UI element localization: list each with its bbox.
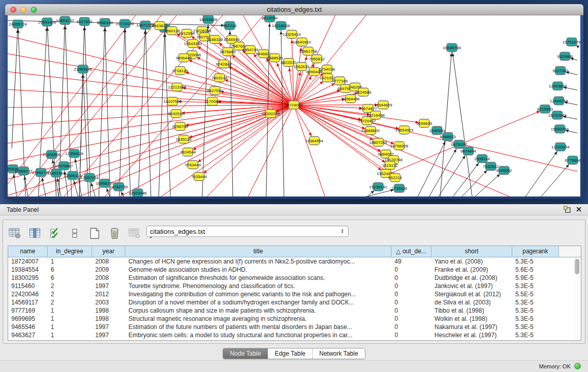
column-visibility-button[interactable]: [28, 227, 41, 240]
cell-title[interactable]: Corpus callosum shape and size in male p…: [125, 307, 391, 315]
graph-node[interactable]: 8813054: [262, 15, 278, 22]
cell-name[interactable]: 19384554: [8, 266, 48, 274]
cell-out_de[interactable]: 0: [391, 298, 431, 307]
cell-name[interactable]: 9465546: [8, 323, 48, 331]
cell-in_degree[interactable]: 2: [48, 290, 92, 298]
graph-node[interactable]: 20364486: [341, 95, 360, 103]
graph-node[interactable]: 12103054: [551, 143, 570, 151]
cell-pagerank[interactable]: 5.3E-5: [512, 298, 559, 307]
cell-title[interactable]: Tourette syndrome. Phenomenology and cla…: [125, 282, 391, 290]
cell-pagerank[interactable]: 5.3E-5: [512, 282, 559, 290]
zoom-window-button[interactable]: [31, 7, 37, 13]
network-view-window[interactable]: citations_edges.txt 18724007240557242069…: [5, 4, 583, 199]
cell-out_de[interactable]: 0: [391, 290, 431, 298]
delete-table-button-disabled[interactable]: [128, 227, 141, 240]
cell-out_de[interactable]: 0: [391, 323, 431, 331]
cell-year[interactable]: 2009: [92, 266, 125, 274]
table-row[interactable]: 2242004622012Investigating the contribut…: [8, 290, 581, 298]
table-row[interactable]: 1872400712008Changes of HCN gene express…: [8, 257, 581, 266]
table-row[interactable]: 946554611997Estimation of the future num…: [8, 323, 581, 331]
graph-node[interactable]: 16210643: [548, 111, 567, 119]
cell-title[interactable]: Structural magnetic resonance image aver…: [125, 315, 391, 323]
graph-node[interactable]: 11544609: [375, 101, 393, 109]
cell-out_de[interactable]: 0: [391, 307, 431, 315]
cell-in_degree[interactable]: 6: [48, 274, 92, 282]
graph-node[interactable]: 12325419: [282, 30, 301, 38]
graph-node[interactable]: 16033809: [199, 15, 217, 24]
new-table-button[interactable]: [88, 227, 101, 240]
table-row[interactable]: 969969511998Structural magnetic resonanc…: [8, 315, 581, 323]
graph-node[interactable]: 19218906: [272, 21, 290, 30]
graph-node[interactable]: 6775864: [564, 156, 580, 164]
cell-short[interactable]: Franke et al. (2009): [431, 266, 512, 274]
cell-in_degree[interactable]: 1: [48, 323, 92, 331]
cell-in_degree[interactable]: 1: [48, 315, 92, 323]
table-settings-button[interactable]: [8, 227, 21, 240]
cell-pagerank[interactable]: 5.3E-5: [512, 315, 559, 323]
close-panel-icon[interactable]: ✕: [576, 206, 582, 213]
column-header-out_de[interactable]: △ out_de...: [391, 246, 431, 257]
cell-title[interactable]: Disruption of a novel member of a sodium…: [125, 298, 391, 307]
cell-name[interactable]: 18300295: [8, 274, 48, 282]
table-selector-dropdown[interactable]: citations_edges.txt ▲▼: [146, 226, 349, 237]
cell-short[interactable]: Nakamura et al. (1997): [431, 323, 512, 331]
cell-out_de[interactable]: 0: [391, 315, 431, 323]
graph-node[interactable]: 1527602: [76, 17, 93, 26]
cell-pagerank[interactable]: 5.3E-5: [512, 307, 559, 315]
graph-node[interactable]: 7955812: [309, 55, 325, 63]
selection-mode-button[interactable]: [48, 227, 61, 240]
graph-node[interactable]: 9227343: [552, 67, 569, 75]
table-row[interactable]: 946362711997Embryonic stem cells: a mode…: [8, 331, 581, 339]
column-header-title[interactable]: title: [125, 246, 391, 257]
cell-short[interactable]: Jankovic et al. (1997): [431, 282, 512, 290]
graph-node[interactable]: 24055724: [9, 20, 27, 28]
graph-node[interactable]: 12444154: [550, 97, 568, 105]
graph-node[interactable]: 16648784: [443, 43, 461, 52]
cell-out_de[interactable]: 0: [391, 266, 431, 274]
table-row[interactable]: 1938455462009Genome-wide association stu…: [8, 266, 581, 274]
cell-in_degree[interactable]: 1: [48, 257, 92, 266]
delete-rows-trash-button[interactable]: [108, 227, 121, 240]
graph-node[interactable]: 15751074: [562, 38, 580, 46]
cell-year[interactable]: 2008: [92, 274, 125, 282]
float-panel-icon[interactable]: [563, 206, 571, 213]
row-height-button[interactable]: [68, 227, 81, 240]
window-titlebar[interactable]: citations_edges.txt: [5, 4, 583, 15]
cell-pagerank[interactable]: 5.3E-5: [512, 323, 559, 331]
column-header-year[interactable]: year: [92, 246, 125, 257]
cell-out_de[interactable]: 49: [391, 257, 431, 266]
cell-in_degree[interactable]: 2: [48, 298, 92, 307]
cell-short[interactable]: Dudbridge et al. (2008): [431, 274, 512, 282]
graph-node[interactable]: 10653237: [56, 16, 74, 25]
graph-node[interactable]: 12923446: [128, 189, 147, 196]
graph-node[interactable]: 16543382: [184, 39, 202, 48]
cell-year[interactable]: 1998: [92, 315, 125, 323]
cell-title[interactable]: Investigating the contribution of common…: [125, 290, 391, 298]
tab-edge-table[interactable]: Edge Table: [268, 348, 312, 359]
minimize-window-button[interactable]: [20, 7, 27, 13]
graph-node[interactable]: 1170084: [205, 97, 221, 105]
cell-out_de[interactable]: 0: [391, 331, 431, 339]
cell-short[interactable]: de Silva et al. (2003): [431, 298, 512, 307]
cell-name[interactable]: 9115460: [8, 282, 48, 290]
cell-name[interactable]: 22420046: [8, 290, 48, 298]
cell-name[interactable]: 14569117: [8, 298, 48, 307]
network-canvas[interactable]: 1872400724055724206914061065323715276028…: [8, 15, 580, 196]
graph-node[interactable]: 8242512: [168, 110, 184, 118]
cell-out_de[interactable]: 0: [391, 282, 431, 290]
cell-pagerank[interactable]: 5.5E-5: [512, 290, 559, 298]
cell-in_degree[interactable]: 2: [48, 282, 92, 290]
cell-name[interactable]: 9463627: [8, 331, 48, 339]
graph-node[interactable]: 252214: [388, 173, 402, 182]
cell-name[interactable]: 9699695: [8, 315, 48, 323]
cell-title[interactable]: Estimation of significance thresholds fo…: [125, 274, 391, 282]
cell-short[interactable]: Yano et al. (2008): [431, 257, 512, 266]
graph-node[interactable]: 8215953: [537, 105, 553, 113]
graph-node[interactable]: 12213389: [168, 83, 186, 91]
close-window-button[interactable]: [10, 7, 16, 13]
graph-node[interactable]: 7635444: [191, 172, 207, 181]
table-vertical-scrollbar[interactable]: [574, 258, 580, 340]
table-row[interactable]: 911546021997Tourette syndrome. Phenomeno…: [8, 282, 581, 290]
cell-pagerank[interactable]: 5.9E-5: [512, 274, 559, 282]
cell-title[interactable]: Estimation of the future numbers of pati…: [125, 323, 391, 331]
